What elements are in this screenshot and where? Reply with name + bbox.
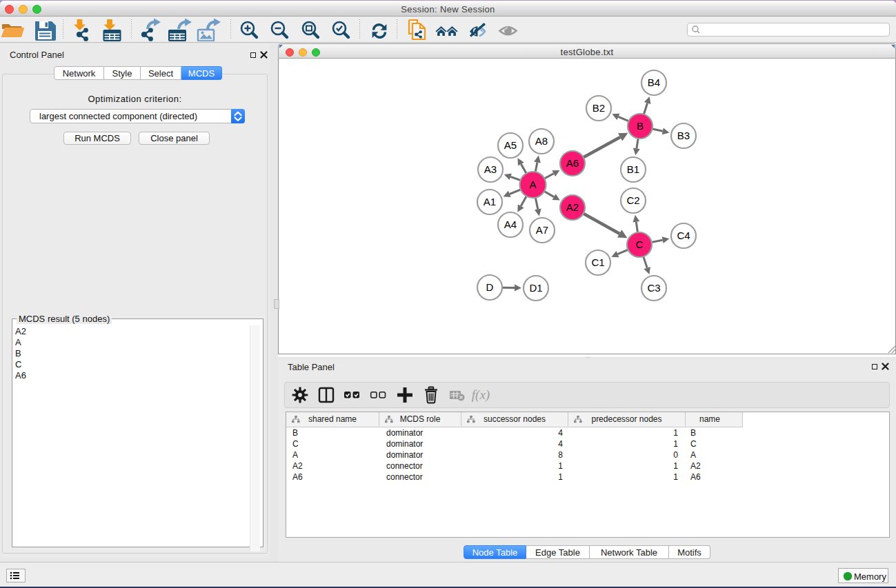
svg-text:A5: A5 [504,139,517,151]
svg-text:A6: A6 [566,157,579,169]
svg-text:C3: C3 [647,282,660,294]
svg-text:B2: B2 [593,102,605,114]
svg-text:C1: C1 [591,256,604,268]
svg-text:C: C [636,239,644,250]
svg-text:D: D [486,281,494,293]
svg-text:D1: D1 [529,282,542,294]
svg-text:f(x): f(x) [472,387,490,403]
svg-text:B: B [637,120,644,132]
svg-text:A4: A4 [504,219,517,230]
svg-text:A7: A7 [536,224,548,236]
svg-text:B4: B4 [648,77,660,88]
svg-text:A8: A8 [535,135,548,147]
svg-text:C2: C2 [626,194,639,206]
svg-text:A1: A1 [484,196,496,207]
svg-text:B1: B1 [627,163,639,175]
svg-text:A3: A3 [484,163,497,175]
svg-text:A: A [529,179,536,190]
svg-text:C4: C4 [677,230,690,241]
svg-text:A2: A2 [566,201,579,213]
svg-text:B3: B3 [677,130,690,141]
